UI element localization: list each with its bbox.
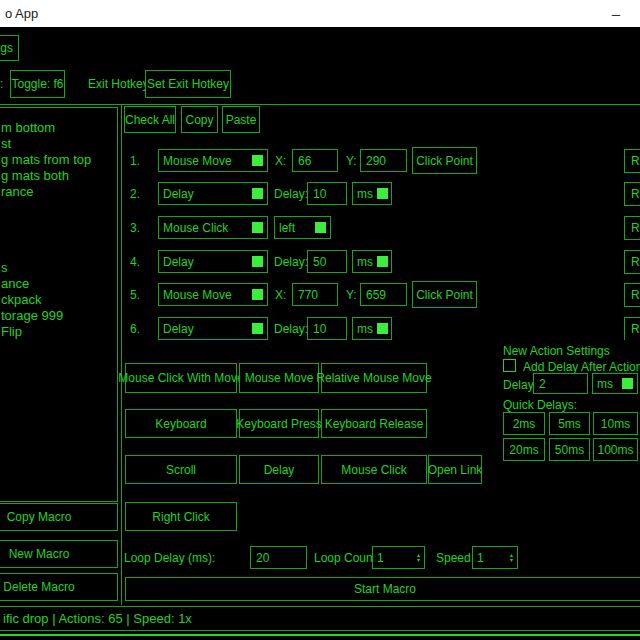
dropdown-indicator-icon [252, 188, 263, 199]
copy-button[interactable]: Copy [181, 106, 218, 133]
delay-input[interactable]: 50 [307, 250, 347, 273]
loop-delay-input[interactable]: 20 [250, 546, 307, 569]
y-label: Y: [346, 154, 357, 168]
loop-count-label: Loop Count: [314, 551, 379, 565]
dropdown-indicator-icon [252, 323, 263, 334]
remove-action-button[interactable]: R [624, 283, 640, 307]
add-delay-checkbox[interactable] [503, 359, 516, 372]
new-macro-button[interactable]: New Macro [0, 540, 118, 568]
action-type-dropdown[interactable]: Delay [158, 182, 268, 205]
new-action-delay-input[interactable]: 2 [533, 373, 588, 394]
x-input[interactable]: 66 [292, 149, 338, 172]
delay-unit-dropdown[interactable]: ms [352, 317, 392, 340]
spinner-arrows[interactable]: ▴▾ [510, 553, 513, 563]
start-macro-button[interactable]: Start Macro [125, 577, 640, 601]
remove-action-button[interactable]: R [624, 250, 640, 274]
toggle-hotkey-button[interactable]: Toggle: f6 [10, 70, 65, 98]
delay-unit-dropdown[interactable]: ms [352, 182, 392, 205]
loop-count-spinner[interactable]: 1 ▴▾ [372, 546, 425, 569]
keyboard-release-button[interactable]: Keyboard Release [321, 409, 427, 438]
app-window: o App – gs : Toggle: f6 Exit Hotkey: Set… [0, 0, 640, 640]
action-type-dropdown[interactable]: Mouse Move [158, 149, 268, 172]
scroll-button[interactable]: Scroll [125, 455, 237, 484]
delay-label: Delay: [274, 322, 308, 336]
remove-action-button[interactable]: R [624, 317, 640, 340]
status-text: ific drop | Actions: 65 | Speed: 1x [3, 611, 192, 626]
action-type-value: Delay [163, 255, 194, 269]
mouse-button-dropdown[interactable]: left [274, 216, 331, 239]
relative-mouse-move-button[interactable]: Relative Mouse Move [321, 363, 427, 393]
new-action-delay-unit-dropdown[interactable]: ms [592, 373, 638, 394]
copy-macro-button[interactable]: Copy Macro [0, 503, 118, 531]
action-type-dropdown[interactable]: Mouse Move [158, 283, 268, 306]
loop-count-value: 1 [377, 551, 384, 565]
dropdown-indicator-icon [252, 222, 263, 233]
y-input[interactable]: 290 [360, 149, 407, 172]
action-row-5: 5. Mouse Move X: 770 Y: 659 Click Point … [0, 283, 640, 310]
minimize-button[interactable]: – [598, 0, 634, 26]
action-type-dropdown[interactable]: Delay [158, 317, 268, 340]
tab-settings[interactable]: gs [0, 35, 19, 61]
panel-top-border [0, 104, 640, 105]
mouse-click-with-move-button[interactable]: Mouse Click With Move [125, 363, 237, 393]
macro-list-item[interactable]: m bottom [1, 120, 55, 136]
right-click-button[interactable]: Right Click [125, 502, 237, 531]
y-input[interactable]: 659 [360, 283, 407, 306]
paste-button[interactable]: Paste [222, 106, 260, 133]
quick-delay-100ms-button[interactable]: 100ms [593, 438, 638, 461]
mouse-click-button[interactable]: Mouse Click [321, 455, 427, 484]
delay-input[interactable]: 10 [307, 182, 347, 205]
mouse-move-button[interactable]: Mouse Move [239, 363, 319, 393]
speed-spinner[interactable]: 1 ▴▾ [472, 546, 518, 569]
click-point-button[interactable]: Click Point [412, 281, 477, 308]
x-label: X: [275, 288, 286, 302]
delete-macro-button[interactable]: Delete Macro [0, 573, 118, 601]
x-input[interactable]: 770 [292, 283, 338, 306]
dropdown-indicator-icon [252, 256, 263, 267]
remove-action-button[interactable]: R [624, 149, 640, 173]
quick-delay-2ms-button[interactable]: 2ms [503, 412, 545, 435]
open-link-button[interactable]: Open Link [428, 455, 482, 484]
dropdown-indicator-icon [252, 289, 263, 300]
action-type-dropdown[interactable]: Delay [158, 250, 268, 273]
delay-input[interactable]: 10 [307, 317, 347, 340]
click-point-button[interactable]: Click Point [412, 147, 477, 174]
quick-delay-5ms-button[interactable]: 5ms [549, 412, 590, 435]
delay-unit-dropdown[interactable]: ms [352, 250, 392, 273]
action-number: 3. [130, 221, 140, 235]
loop-delay-label: Loop Delay (ms): [124, 551, 215, 565]
spinner-down-icon[interactable]: ▾ [417, 558, 420, 563]
action-type-value: Delay [163, 187, 194, 201]
spinner-arrows[interactable]: ▴▾ [417, 553, 420, 563]
titlebar: o App [0, 0, 640, 27]
dropdown-indicator-icon [622, 378, 633, 389]
action-type-value: Mouse Click [163, 221, 228, 235]
keyboard-press-button[interactable]: Keyboard Press [239, 409, 319, 438]
delay-button[interactable]: Delay [239, 455, 319, 484]
quick-delays-label: Quick Delays: [503, 398, 577, 412]
remove-action-button[interactable]: R [624, 182, 640, 206]
new-action-settings-title: New Action Settings [503, 344, 610, 358]
action-row-4: 4. Delay Delay: 50 ms R [0, 250, 640, 277]
spinner-down-icon[interactable]: ▾ [510, 558, 513, 563]
remove-action-button[interactable]: R [624, 216, 640, 240]
delay-label: Delay: [274, 255, 308, 269]
keyboard-button[interactable]: Keyboard [125, 409, 237, 438]
window-title: o App [0, 6, 38, 21]
y-label: Y: [346, 288, 357, 302]
action-type-dropdown[interactable]: Mouse Click [158, 216, 268, 239]
action-row-1: 1. Mouse Move X: 66 Y: 290 Click Point R [0, 149, 640, 176]
set-exit-hotkey-button[interactable]: Set Exit Hotkey [145, 70, 231, 98]
quick-delay-20ms-button[interactable]: 20ms [503, 438, 545, 461]
delay-unit-value: ms [357, 255, 373, 269]
exit-hotkey-label: Exit Hotkey: [88, 77, 152, 91]
quick-delay-50ms-button[interactable]: 50ms [549, 438, 590, 461]
speed-value: 1 [477, 551, 484, 565]
new-action-delay-label: Delay: [503, 378, 537, 392]
quick-delay-10ms-button[interactable]: 10ms [593, 412, 638, 435]
check-all-button[interactable]: Check All [124, 106, 176, 133]
action-number: 6. [130, 322, 140, 336]
action-type-value: Mouse Move [163, 288, 232, 302]
dropdown-indicator-icon [377, 323, 388, 334]
delay-unit-value: ms [357, 322, 373, 336]
